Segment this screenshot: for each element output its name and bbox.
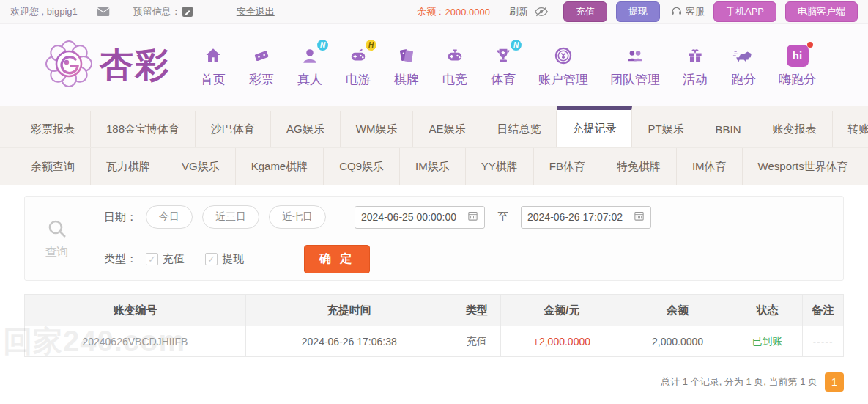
account-coin-icon — [550, 43, 576, 68]
deposit-button[interactable]: 充值 — [563, 1, 607, 22]
nav-item-account[interactable]: 账户管理 — [527, 43, 599, 88]
tab-cq9[interactable]: CQ9娱乐 — [324, 148, 400, 185]
tab-transfer-report[interactable]: 转账报表 — [833, 111, 868, 147]
nav-label: 团队管理 — [610, 71, 660, 88]
nav-label: 嗨跑分 — [779, 71, 816, 88]
refresh-link[interactable]: 刷新 — [509, 5, 528, 18]
report-tabbar: 彩票报表 188金宝博体育 沙巴体育 AG娱乐 WM娱乐 AE娱乐 日结总览 充… — [0, 106, 868, 185]
flower-logo-icon — [42, 40, 95, 90]
quick-date-last7days[interactable]: 近七日 — [269, 205, 326, 229]
tab-balance-query[interactable]: 余额查询 — [15, 148, 91, 185]
date-from-input[interactable]: 2024-06-25 00:00:00 — [355, 206, 485, 229]
confirm-button[interactable]: 确 定 — [304, 245, 370, 273]
type-checkbox-deposit[interactable]: ✓ 充值 — [146, 252, 185, 266]
checkbox-checked-icon[interactable]: ✓ — [205, 253, 218, 265]
nav-item-egame[interactable]: H 电游 — [334, 43, 382, 88]
red-dot-badge — [807, 42, 813, 48]
tab-wali-cards[interactable]: 瓦力棋牌 — [91, 148, 166, 185]
lottery-ticket-icon — [248, 43, 275, 68]
withdraw-button[interactable]: 提现 — [616, 1, 660, 22]
nav-label: 棋牌 — [394, 71, 419, 88]
to-label: 至 — [497, 210, 508, 224]
cell-change-id: 20240626VBCDJHIIFB — [25, 326, 246, 357]
cell-status: 已到账 — [732, 326, 802, 357]
date-filter-row: 日期： 今日 近三日 近七日 2024-06-25 00:00:00 至 202… — [104, 197, 828, 238]
tab-saba-sports[interactable]: 沙巴体育 — [196, 111, 271, 147]
balance-value: 2000.0000 — [445, 7, 490, 18]
nav-label: 彩票 — [249, 71, 274, 88]
pagination: 总计 1 个记录, 分为 1 页, 当前第 1 页 1 — [24, 357, 844, 392]
tab-yy-cards[interactable]: YY棋牌 — [466, 148, 534, 185]
cell-remark: ----- — [803, 326, 844, 357]
nav-item-team[interactable]: 团队管理 — [599, 43, 671, 88]
tab-vg[interactable]: VG娱乐 — [166, 148, 236, 185]
tab-kgame[interactable]: Kgame棋牌 — [236, 148, 324, 185]
page-button-1[interactable]: 1 — [825, 372, 844, 392]
home-icon — [200, 43, 226, 68]
nav-item-sports[interactable]: N 体育 — [479, 43, 527, 88]
logout-link[interactable]: 安全退出 — [237, 5, 275, 18]
tab-bbin[interactable]: BBIN — [700, 111, 757, 147]
tab-account-change[interactable]: 账变报表 — [757, 111, 833, 147]
tab-fb-sports[interactable]: FB体育 — [534, 148, 601, 185]
gift-icon — [682, 43, 708, 68]
tab-deposit-withdraw-record[interactable]: 充提记录 — [557, 106, 632, 147]
quick-date-today[interactable]: 今日 — [146, 205, 193, 229]
calendar-icon[interactable] — [634, 210, 645, 224]
live-person-icon: N — [297, 43, 323, 68]
nav-item-esports[interactable]: 电竞 — [431, 43, 479, 88]
calendar-icon[interactable] — [467, 210, 478, 224]
nav-label: 电游 — [346, 71, 371, 88]
tab-daily-overview[interactable]: 日结总览 — [481, 111, 557, 147]
edit-icon[interactable] — [182, 7, 193, 17]
nav-item-hi-runscore[interactable]: hi 嗨跑分 — [768, 43, 827, 88]
tab-ag[interactable]: AG娱乐 — [271, 111, 341, 147]
tab-188-sports[interactable]: 188金宝博体育 — [91, 111, 196, 147]
badge-n: N — [317, 40, 328, 51]
date-label: 日期： — [104, 210, 137, 224]
nav-label: 体育 — [491, 71, 516, 88]
tab-ae[interactable]: AE娱乐 — [413, 111, 481, 147]
mobile-app-button[interactable]: 手机APP — [713, 1, 776, 22]
tab-pt[interactable]: PT娱乐 — [632, 111, 700, 147]
nav-item-activity[interactable]: 活动 — [671, 43, 719, 88]
query-label: 查询 — [45, 245, 69, 260]
nav-label: 活动 — [683, 71, 708, 88]
pagination-summary: 总计 1 个记录, 分为 1 页, 当前第 1 页 — [661, 375, 817, 389]
tab-row-2: 余额查询 瓦力棋牌 VG娱乐 Kgame棋牌 CQ9娱乐 IM娱乐 YY棋牌 F… — [0, 147, 868, 185]
col-header-status: 状态 — [732, 295, 802, 326]
date-to-input[interactable]: 2024-06-26 17:07:02 — [521, 206, 651, 229]
type-checkbox-withdraw[interactable]: ✓ 提现 — [205, 252, 244, 266]
tab-im-games[interactable]: IM娱乐 — [400, 148, 466, 185]
checkbox-label: 充值 — [163, 252, 185, 266]
nav-item-runscore[interactable]: 跑分 — [719, 43, 768, 88]
quick-date-last3days[interactable]: 近三日 — [202, 205, 259, 229]
tab-tetu-cards[interactable]: 特兔棋牌 — [601, 148, 677, 185]
nav-item-lottery[interactable]: 彩票 — [237, 43, 286, 88]
checkbox-checked-icon[interactable]: ✓ — [146, 253, 158, 265]
egame-gamepad-icon: H — [345, 43, 371, 68]
tab-lottery-report[interactable]: 彩票报表 — [15, 111, 91, 147]
type-label: 类型： — [104, 252, 137, 266]
headset-icon — [670, 5, 683, 18]
customer-service-label: 客服 — [686, 5, 705, 18]
nav-item-cards[interactable]: 棋牌 — [382, 43, 431, 88]
logo-text: 杏彩 — [100, 43, 170, 88]
tab-im-sports[interactable]: IM体育 — [677, 148, 743, 185]
filter-panel: 查询 日期： 今日 近三日 近七日 2024-06-25 00:00:00 至 … — [24, 196, 844, 281]
customer-service[interactable]: 客服 — [670, 5, 705, 18]
date-to-value: 2024-06-26 17:07:02 — [527, 211, 623, 223]
balance-label: 余额 : — [417, 5, 441, 18]
tab-wm[interactable]: WM娱乐 — [341, 111, 414, 147]
nav-item-home[interactable]: 首页 — [189, 43, 237, 88]
team-icon — [622, 43, 648, 68]
nav-label: 首页 — [201, 71, 226, 88]
tab-wesports[interactable]: Wesports世界体育 — [743, 148, 864, 185]
eye-off-icon[interactable] — [534, 6, 549, 18]
pc-client-button[interactable]: 电脑客户端 — [785, 1, 858, 22]
nav-item-live[interactable]: N 真人 — [286, 43, 334, 88]
date-from-value: 2024-06-25 00:00:00 — [361, 211, 456, 223]
site-logo[interactable]: 杏彩 — [42, 40, 170, 90]
envelope-icon[interactable] — [97, 7, 110, 17]
badge-n: N — [511, 40, 522, 51]
